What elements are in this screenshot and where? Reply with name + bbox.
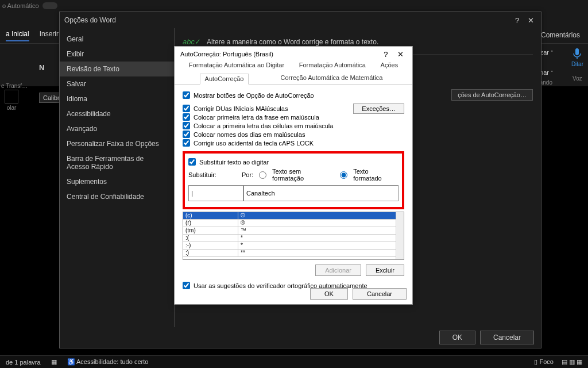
- chk-first-sentence[interactable]: [183, 113, 190, 121]
- language-indicator[interactable]: ▦: [51, 358, 57, 366]
- replace-input[interactable]: [188, 185, 243, 201]
- options-cancel-button[interactable]: Cancelar: [480, 331, 534, 344]
- sidebar-item-suplementos[interactable]: Suplementos: [60, 174, 174, 189]
- delete-button[interactable]: Excluir: [366, 264, 404, 276]
- exceptions-button[interactable]: Exceções…: [353, 103, 404, 114]
- paste-icon[interactable]: [5, 90, 18, 103]
- sidebar-item-idioma[interactable]: Idioma: [60, 91, 174, 106]
- view-buttons[interactable]: ▤ ▥ ▦: [562, 358, 582, 366]
- replace-highlight-box: Substituir texto ao digitar Substituir: …: [183, 151, 404, 209]
- replace-label: Substituir:: [188, 171, 216, 178]
- ribbon-tabs: a Inicial Inserir: [0, 30, 59, 41]
- autocorrect-tabs-primary: AutoCorreção Correção Automática de Mate…: [175, 73, 412, 85]
- sidebar-item-confiabilidade[interactable]: Central de Confiabilidade: [60, 189, 174, 204]
- sidebar-item-salvar[interactable]: Salvar: [60, 76, 174, 91]
- chk-show-buttons[interactable]: [183, 91, 190, 99]
- chk-two-initials-label: Corrigir DUas INiciais MAiúsculas: [194, 105, 288, 112]
- sidebar-item-acessibilidade[interactable]: Acessibilidade: [60, 106, 174, 121]
- bg-auto-label: o Automático: [0, 2, 39, 9]
- tab-inicial[interactable]: a Inicial: [6, 30, 29, 41]
- accessibility-status[interactable]: ♿ Acessibilidade: tudo certo: [67, 358, 149, 366]
- table-row[interactable]: :(*: [183, 235, 396, 242]
- with-input[interactable]: [243, 185, 399, 201]
- chk-two-initials[interactable]: [183, 105, 190, 112]
- chk-first-cell[interactable]: [183, 122, 190, 129]
- chk-capslock[interactable]: [183, 139, 190, 147]
- autocorrect-dialog: AutoCorreção: Português (Brasil) ? ✕ For…: [174, 46, 413, 305]
- paste-label: olar: [5, 105, 18, 111]
- sidebar-item-exibir[interactable]: Exibir: [60, 47, 174, 62]
- dictate-button[interactable]: Ditar Voz: [571, 47, 583, 82]
- sidebar-item-geral[interactable]: Geral: [60, 32, 174, 47]
- sidebar-item-barra[interactable]: Barra de Ferramentas de Acesso Rápido: [60, 151, 174, 174]
- proofing-heading: Altere a maneira como o Word corrige e f…: [207, 38, 378, 46]
- dictate-label: Ditar: [571, 61, 583, 67]
- sidebar-item-personalizar[interactable]: Personalizar Faixa de Opções: [60, 136, 174, 151]
- radio-plain-text-label: Texto sem formatação: [272, 168, 334, 182]
- with-label: Por:: [242, 171, 253, 178]
- replacement-table[interactable]: (c)© (r)® (tm)™ :(* :-)* :)**: [183, 212, 404, 260]
- autocorrect-titlebar: AutoCorreção: Português (Brasil) ? ✕: [175, 47, 412, 62]
- chk-spellcheck-suggestions[interactable]: [183, 282, 190, 289]
- close-icon[interactable]: ✕: [394, 50, 407, 59]
- autocorrect-options-button[interactable]: ções de AutoCorreção…: [451, 89, 533, 101]
- chk-first-cell-label: Colocar a primeira letra das células em …: [194, 122, 333, 129]
- tab-autocorrect[interactable]: AutoCorreção: [200, 74, 249, 85]
- radio-plain-text[interactable]: [259, 171, 266, 179]
- paste-group: olar: [1, 89, 22, 112]
- clipboard-group-label: e Transf…: [1, 83, 28, 89]
- sidebar-item-avancado[interactable]: Avançado: [60, 121, 174, 136]
- tab-inserir[interactable]: Inserir: [40, 30, 59, 41]
- add-button[interactable]: Adicionar: [315, 264, 361, 276]
- options-ok-button[interactable]: OK: [439, 331, 475, 344]
- tab-format-auto[interactable]: Formatação Automática: [299, 62, 366, 72]
- tab-actions[interactable]: Ações: [381, 62, 399, 72]
- table-row[interactable]: (tm)™: [183, 227, 396, 235]
- radio-formatted-text-label: Texto formatado: [353, 168, 399, 182]
- help-icon[interactable]: ?: [512, 16, 523, 25]
- chk-show-buttons-label: Mostrar botões de Opção de AutoCorreção: [194, 92, 314, 99]
- chk-replace-typing[interactable]: [188, 158, 196, 166]
- proofing-icon: abc✓: [183, 37, 201, 46]
- toggle-autosave[interactable]: [42, 2, 57, 9]
- chk-replace-typing-label: Substituir texto ao digitar: [199, 159, 269, 166]
- autocorrect-tabs-secondary: Formatação Automática ao Digitar Formata…: [175, 62, 412, 72]
- word-options-titlebar: Opções do Word ? ✕: [60, 12, 541, 28]
- chk-capslock-label: Corrigir uso acidental da tecla cAPS LOC…: [194, 140, 314, 147]
- table-row[interactable]: :-)*: [183, 242, 396, 250]
- chk-day-names-label: Colocar nomes dos dias em maiúsculas: [194, 131, 305, 138]
- table-row[interactable]: (r)®: [183, 220, 396, 227]
- editando-group-label: ando: [540, 79, 552, 86]
- bold-button[interactable]: N: [39, 63, 44, 72]
- tab-math-autocorrect[interactable]: Correção Automática de Matemática: [276, 73, 388, 84]
- tab-format-typing[interactable]: Formatação Automática ao Digitar: [189, 62, 284, 72]
- chk-day-names[interactable]: [183, 131, 190, 138]
- table-scrollbar[interactable]: [396, 212, 404, 259]
- comentarios-button[interactable]: Comentários: [537, 30, 583, 40]
- focus-mode[interactable]: ▯ Foco: [534, 358, 554, 366]
- word-count[interactable]: de 1 palavra: [6, 359, 41, 366]
- svg-rect-0: [575, 48, 579, 55]
- table-row[interactable]: :)**: [183, 250, 396, 257]
- autocorrect-ok-button[interactable]: OK: [310, 288, 348, 300]
- autocorrect-title: AutoCorreção: Português (Brasil): [180, 51, 273, 57]
- autocorrect-cancel-button[interactable]: Cancelar: [353, 288, 407, 300]
- chk-first-sentence-label: Colocar primeira letra da frase em maiús…: [194, 114, 319, 121]
- voice-group-label: Voz: [571, 75, 583, 82]
- table-row[interactable]: (c)©: [183, 212, 396, 220]
- status-bar: de 1 palavra ▦ ♿ Acessibilidade: tudo ce…: [0, 355, 588, 368]
- options-sidebar: Geral Exibir Revisão de Texto Salvar Idi…: [60, 28, 175, 327]
- radio-formatted-text[interactable]: [340, 171, 347, 179]
- close-icon[interactable]: ✕: [525, 16, 536, 25]
- sidebar-item-revisao[interactable]: Revisão de Texto: [60, 62, 174, 76]
- help-icon[interactable]: ?: [380, 50, 392, 59]
- word-options-title: Opções do Word: [64, 16, 116, 24]
